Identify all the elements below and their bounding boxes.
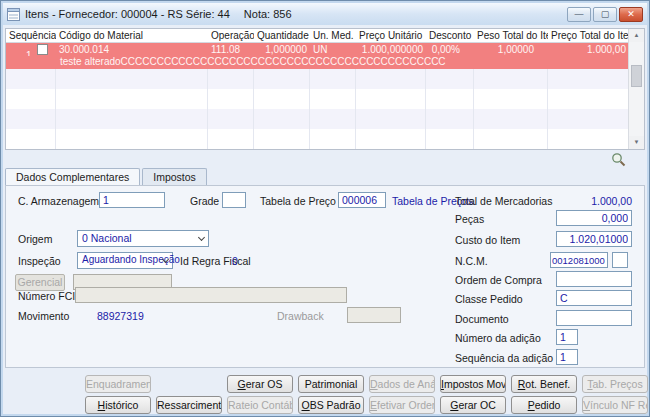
sequencia-adicao-label: Sequência da adição [455,352,553,364]
grade-label: Grade [190,195,219,207]
c-armazenagem-field[interactable] [99,192,165,208]
c-armazenagem-label: C. Armazenagem [18,195,99,207]
movimento-label: Movimento [18,310,69,322]
ordem-compra-label: Ordem de Compra [455,274,542,286]
classe-pedido-field[interactable] [556,290,632,306]
total-mercadorias-label: Total de Mercadorias [455,195,552,207]
scrollbar-thumb[interactable] [631,65,642,87]
row-peso-total: 1,00000 [474,43,548,56]
row-un-med: UN [310,43,356,56]
historico-button[interactable]: Histórico [85,396,151,414]
obs-padrao-button[interactable]: OBS Padrão [298,396,364,414]
tabela-preco-label: Tabela de Preço [260,195,336,207]
documento-field[interactable] [556,310,632,326]
sequencia-adicao-field[interactable] [556,349,578,365]
ordem-compra-field[interactable] [556,271,632,287]
col-preco-total[interactable]: Preço Total do Item [548,29,629,42]
row-sequencia: 1 [26,50,32,56]
table-row-selected[interactable]: 1 30.000.014 111.08 1,000000 UN 1.000,00… [6,43,644,69]
items-grid: Sequência Código do Material Operação Qu… [5,28,645,150]
items-window: Itens - Fornecedor: 000004 - RS Série: 4… [0,0,650,417]
row-preco-total: 1.000,00 [548,43,629,56]
id-regra-fiscal-value: 0 [232,255,238,267]
tabela-preco-field[interactable] [338,192,386,208]
empty-row [6,129,644,149]
origem-dropdown[interactable]: 0 Nacional [77,230,209,247]
tab-dados-complementares[interactable]: Dados Complementares [5,168,140,185]
numero-adicao-field[interactable] [556,329,578,345]
total-mercadorias-value: 1.000,00 [542,195,632,207]
window-form-icon [7,8,20,21]
efetivar-ordem-button: Efetivar Ordem [369,396,435,414]
window-title: Itens - Fornecedor: 000004 - RS Série: 4… [25,8,230,20]
pecas-label: Peças [455,213,484,225]
col-codigo-material[interactable]: Código do Material [56,29,208,42]
col-desconto[interactable]: Desconto [426,29,474,42]
title-bar[interactable]: Itens - Fornecedor: 000004 - RS Série: 4… [3,3,647,25]
minimize-button[interactable]: — [567,7,591,22]
rateio-contabil-button: Rateio Contábil [227,396,293,414]
col-preco-unitario[interactable]: Preço Unitário [356,29,426,42]
tab-bar: Dados Complementares Impostos [5,168,209,185]
vinculo-nf-ref-button: Vínculo NF Ref. [582,396,648,414]
origem-label: Origem [18,233,52,245]
pedido-button[interactable]: Pedido [511,396,577,414]
gerar-os-button[interactable]: Gerar OS [227,375,293,393]
grade-field[interactable] [222,192,246,208]
tab-impostos[interactable]: Impostos [142,168,207,185]
gerencial-button: Gerencial [15,274,65,291]
col-operacao[interactable]: Operação [208,29,254,42]
movimento-value: 88927319 [97,310,144,322]
row-codigo-material: 30.000.014 [56,43,208,56]
drawback-label: Drawback [277,310,324,322]
ncm-field[interactable] [550,252,608,268]
empty-row [6,69,644,89]
row-operacao: 111.08 [208,43,254,56]
id-regra-fiscal-label: Id Regra Fiscal [180,255,251,267]
documento-label: Documento [455,313,509,325]
inspecao-dropdown[interactable]: Aguardando Inspeção [77,252,173,269]
ressarcimento-button[interactable]: Ressarcimento [156,396,222,414]
impostos-movto-button[interactable]: Impostos Movto [440,375,506,393]
client-area: Sequência Código do Material Operação Qu… [3,25,647,414]
window-title-nota: Nota: 856 [244,8,292,20]
ncm-extra-field[interactable] [612,252,628,268]
classe-pedido-label: Classe Pedido [455,293,523,305]
inspecao-label: Inspeção [18,255,61,267]
col-quantidade[interactable]: Quantidade [254,29,310,42]
col-un-med[interactable]: Un. Med. [310,29,356,42]
scroll-down-icon[interactable]: ▼ [629,136,644,149]
tab-precos-button: Tab. Preços [582,375,648,393]
grid-header: Sequência Código do Material Operação Qu… [6,29,644,43]
rot-benef-button[interactable]: Rot. Benef. [511,375,577,393]
close-button[interactable]: ✕ [619,7,643,22]
numero-adicao-label: Número da adição [455,332,541,344]
maximize-button[interactable]: ▢ [593,7,617,22]
col-sequencia[interactable]: Sequência [6,29,56,42]
numero-fci-field [75,287,347,303]
row-preco-unitario: 1.000,000000 [356,43,426,56]
empty-row [6,109,644,129]
row-quantidade: 1,000000 [254,43,310,56]
numero-fci-label: Número FCI [18,290,75,302]
row-descricao: teste alteradoCCCCCCCCCCCCCCCCCCCCCCCCCC… [6,56,644,69]
custo-item-field[interactable] [556,231,632,247]
col-peso-total[interactable]: Peso Total do Item [474,29,548,42]
enquadramento-button: Enquadramento [85,375,151,393]
drawback-field [347,307,401,323]
gerar-oc-button[interactable]: Gerar OC [440,396,506,414]
row-sequencia-cell: 1 [6,43,56,56]
vertical-scrollbar[interactable]: ▲ ▼ [628,29,644,149]
row-desconto: 0,00% [426,43,474,56]
dados-complementares-panel: C. Armazenagem Grade Tabela de Preço Tab… [5,185,645,368]
dados-de-analise-button: Dados de Análise [369,375,435,393]
patrimonial-button[interactable]: Patrimonial [298,375,364,393]
custo-item-label: Custo do Item [455,234,520,246]
empty-row [6,89,644,109]
scroll-up-icon[interactable]: ▲ [629,29,644,42]
magnifier-icon[interactable] [611,152,627,168]
ncm-label: N.C.M. [455,255,488,267]
row-checkbox[interactable] [37,44,48,55]
pecas-field[interactable] [556,210,632,226]
chevron-down-icon [198,234,205,241]
